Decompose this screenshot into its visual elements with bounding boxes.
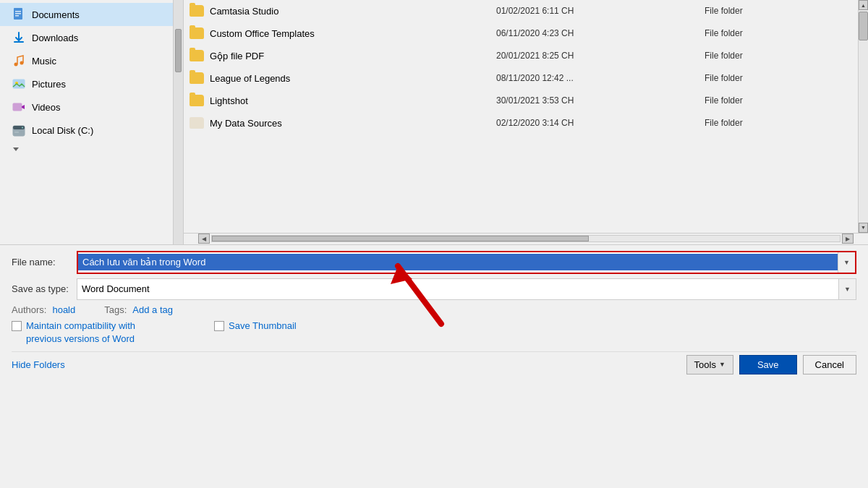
scroll-left-btn[interactable]: ◀ — [198, 234, 210, 244]
hide-folders-btn[interactable]: Hide Folders — [12, 359, 65, 370]
thumbnail-checkbox-group: Save Thumbnail — [214, 320, 297, 333]
file-name-my-data: My Data Sources — [184, 116, 490, 130]
metadata-row: Authors: hoald Tags: Add a tag — [12, 304, 856, 315]
save-as-type-dropdown-btn[interactable]: ▼ — [838, 279, 856, 299]
top-area: Documents Downloads — [0, 0, 868, 244]
file-type-lightshot: File folder — [699, 94, 858, 107]
file-name-input[interactable] — [78, 254, 838, 270]
sidebar-item-local-disk-label: Local Disk (C:) — [32, 125, 93, 136]
svg-rect-4 — [14, 41, 24, 43]
file-name-label: File name: — [12, 257, 77, 267]
file-list-container: Camtasia Studio 01/02/2021 6:11 CH File … — [184, 0, 868, 244]
svg-rect-13 — [14, 132, 19, 133]
save-as-type-wrapper: ▼ — [77, 278, 856, 300]
file-name-camtasia: Camtasia Studio — [184, 4, 490, 18]
folder-icon — [190, 50, 204, 61]
download-icon — [12, 30, 26, 45]
file-list-scrollbar[interactable]: ▲ ▼ — [858, 0, 868, 233]
thumbnail-checkbox[interactable] — [214, 321, 224, 331]
h-scroll-thumb[interactable] — [212, 236, 589, 241]
sidebar-scroll-indicator[interactable] — [0, 142, 173, 156]
sidebar-item-documents[interactable]: Documents — [0, 3, 173, 26]
file-date-custom-office: 06/11/2020 4:23 CH — [490, 27, 699, 40]
sidebar-item-downloads[interactable]: Downloads — [0, 26, 173, 49]
save-as-type-row: Save as type: ▼ — [12, 278, 856, 300]
sidebar-item-pictures-label: Pictures — [32, 79, 66, 90]
sidebar-item-videos-label: Videos — [32, 102, 61, 113]
file-row-camtasia[interactable]: Camtasia Studio 01/02/2021 6:11 CH File … — [184, 0, 858, 22]
special-folder-icon — [190, 117, 204, 129]
file-name-input-wrapper: ▼ — [77, 251, 856, 274]
file-row-gop-pdf[interactable]: Gộp file PDF 20/01/2021 8:25 CH File fol… — [184, 45, 858, 67]
save-dialog: Documents Downloads — [0, 0, 868, 488]
cancel-button[interactable]: Cancel — [803, 355, 856, 374]
file-row-lightshot[interactable]: Lightshot 30/01/2021 3:53 CH File folder — [184, 90, 858, 112]
compatibility-checkbox-label[interactable]: Maintain compatibility with previous ver… — [26, 320, 171, 346]
file-type-camtasia: File folder — [699, 4, 858, 17]
file-type-custom-office: File folder — [699, 27, 858, 40]
file-name-row: File name: ▼ — [12, 251, 856, 274]
scroll-down-btn[interactable]: ▼ — [859, 223, 868, 233]
file-row-lol[interactable]: League of Legends 08/11/2020 12:42 ... F… — [184, 67, 858, 90]
checkboxes-row: Maintain compatibility with previous ver… — [12, 320, 856, 346]
pictures-icon — [12, 77, 26, 91]
sidebar-item-local-disk[interactable]: Local Disk (C:) — [0, 119, 173, 142]
music-icon — [12, 53, 26, 68]
sidebar-item-pictures[interactable]: Pictures — [0, 72, 173, 95]
file-name-dropdown-btn[interactable]: ▼ — [838, 252, 855, 273]
horizontal-scrollbar: ◀ ▶ — [184, 233, 868, 244]
file-date-my-data: 02/12/2020 3:14 CH — [490, 116, 699, 129]
file-list-scroll-area: Camtasia Studio 01/02/2021 6:11 CH File … — [184, 0, 868, 233]
save-as-type-label: Save as type: — [12, 283, 77, 294]
document-icon — [12, 7, 26, 22]
svg-rect-2 — [15, 13, 21, 14]
tags-group: Tags: Add a tag — [104, 304, 173, 315]
svg-rect-7 — [13, 80, 25, 88]
h-scroll-track — [211, 235, 841, 242]
scroll-right-btn[interactable]: ▶ — [842, 234, 854, 244]
file-name-custom-office: Custom Office Templates — [184, 26, 490, 40]
tools-button[interactable]: Tools ▼ — [686, 355, 733, 374]
folder-icon — [190, 5, 204, 17]
bottom-form: File name: ▼ Save as type: ▼ Authors: ho… — [0, 244, 868, 380]
sidebar: Documents Downloads — [0, 0, 174, 244]
file-date-camtasia: 01/02/2021 6:11 CH — [490, 4, 699, 17]
folder-icon — [190, 27, 204, 39]
svg-point-6 — [20, 61, 24, 65]
save-as-type-input[interactable] — [77, 281, 838, 297]
svg-rect-9 — [13, 103, 22, 111]
thumbnail-checkbox-label[interactable]: Save Thumbnail — [229, 320, 297, 333]
svg-rect-3 — [15, 15, 19, 17]
file-type-gop-pdf: File folder — [699, 49, 858, 62]
disk-icon — [12, 123, 26, 137]
footer-buttons: Tools ▼ Save Cancel — [686, 355, 856, 374]
file-list: Camtasia Studio 01/02/2021 6:11 CH File … — [184, 0, 858, 233]
file-row-custom-office[interactable]: Custom Office Templates 06/11/2020 4:23 … — [184, 22, 858, 45]
tags-label: Tags: — [104, 304, 127, 315]
svg-rect-1 — [15, 11, 21, 12]
scroll-thumb[interactable] — [859, 12, 868, 40]
save-button[interactable]: Save — [739, 355, 797, 374]
videos-icon — [12, 100, 26, 114]
compatibility-checkbox[interactable] — [12, 321, 22, 331]
file-type-my-data: File folder — [699, 116, 858, 129]
sidebar-item-videos[interactable]: Videos — [0, 95, 173, 119]
file-row-my-data[interactable]: My Data Sources 02/12/2020 3:14 CH File … — [184, 112, 858, 134]
sidebar-scrollbar[interactable] — [174, 0, 184, 244]
sidebar-item-downloads-label: Downloads — [32, 33, 78, 43]
scroll-track — [859, 10, 868, 223]
tags-value[interactable]: Add a tag — [132, 304, 173, 315]
tools-label: Tools — [694, 359, 716, 370]
sidebar-scrollbar-thumb[interactable] — [175, 29, 182, 72]
file-date-gop-pdf: 20/01/2021 8:25 CH — [490, 49, 699, 62]
file-name-lightshot: Lightshot — [184, 93, 490, 108]
footer-row: Hide Folders Tools ▼ Save Cancel — [12, 351, 856, 374]
svg-point-5 — [14, 63, 18, 67]
scroll-up-btn[interactable]: ▲ — [859, 0, 868, 10]
authors-label: Authors: — [12, 304, 46, 315]
authors-value[interactable]: hoald — [52, 304, 75, 315]
sidebar-item-music[interactable]: Music — [0, 49, 173, 72]
tools-dropdown-arrow: ▼ — [719, 361, 726, 368]
file-name-lol: League of Legends — [184, 71, 490, 85]
file-type-lol: File folder — [699, 72, 858, 85]
